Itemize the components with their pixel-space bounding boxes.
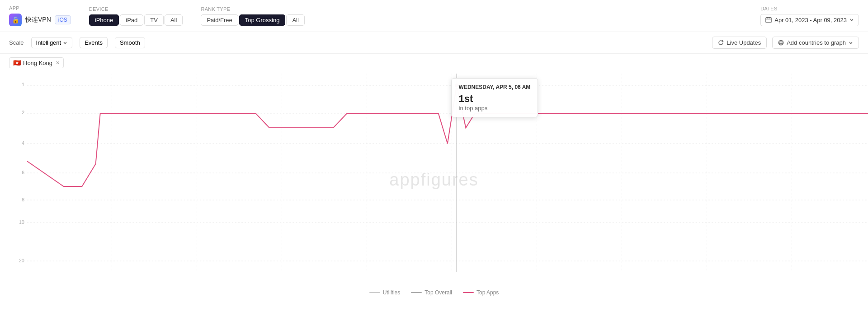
y-label-20: 20 [19,258,24,263]
country-tags-row: 🇭🇰 Hong Kong ✕ [0,54,868,72]
dates-section: Dates Apr 01, 2023 - Apr 09, 2023 [760,6,859,26]
device-iphone[interactable]: iPhone [89,14,119,26]
chart-area: 1 2 4 6 8 10 20 appfigures WEDNESDAY, AP… [0,74,868,298]
smooth-btn[interactable]: Smooth [115,37,145,48]
hong-kong-tag: 🇭🇰 Hong Kong ✕ [9,57,64,68]
globe-icon [778,40,784,46]
svg-point-4 [778,40,783,45]
chevron-down-icon [849,41,853,45]
top-overall-label: Top Overall [425,289,452,296]
device-tv[interactable]: TV [144,14,164,26]
rank-top-grossing[interactable]: Top Grossing [239,14,286,26]
chart-legend: Utilities Top Overall Top Apps [9,286,859,298]
chart-container: 1 2 4 6 8 10 20 appfigures WEDNESDAY, AP… [9,74,859,286]
right-controls: Live Updates Add countries to graph [712,37,859,49]
calendar-icon [765,17,772,23]
legend-top-overall: Top Overall [411,289,452,296]
platform-selector[interactable]: iOS [55,15,71,24]
scale-intelligent-btn[interactable]: Intelligent [31,37,73,48]
dates-label: Dates [760,6,859,11]
svg-rect-0 [766,18,771,23]
top-apps-line-sample [463,292,474,293]
add-countries-btn[interactable]: Add countries to graph [772,37,859,49]
rank-type-section: Rank Type Paid/Free Top Grossing All [201,6,304,26]
legend-utilities: Utilities [369,289,401,296]
device-ipad[interactable]: iPad [120,14,143,26]
refresh-icon [718,40,724,46]
y-label-6: 6 [22,170,24,175]
hong-kong-flag: 🇭🇰 [13,59,21,66]
device-section: Device iPhone iPad TV All [89,6,183,26]
chevron-down-icon [849,18,854,22]
y-label-8: 8 [22,197,24,202]
events-label: Events [85,39,103,46]
add-countries-label: Add countries to graph [787,39,846,46]
rank-all[interactable]: All [286,14,304,26]
legend-top-apps: Top Apps [463,289,499,296]
y-label-4: 4 [22,140,24,146]
app-icon: 🔒 [9,14,22,26]
live-updates-btn[interactable]: Live Updates [712,37,767,49]
svg-point-5 [780,40,782,45]
utilities-line-sample [369,292,380,293]
top-bar: App 🔒 快连VPN iOS Device iPhone iPad TV Al… [0,0,868,32]
top-apps-label: Top Apps [476,289,499,296]
rank-chart-svg [27,74,868,272]
y-label-10: 10 [19,219,24,225]
live-updates-label: Live Updates [726,39,761,46]
intelligent-label: Intelligent [36,39,61,46]
rank-type-btn-group: Paid/Free Top Grossing All [201,14,304,26]
date-range-value: Apr 01, 2023 - Apr 09, 2023 [774,17,847,23]
utilities-label: Utilities [383,289,401,296]
remove-country-btn[interactable]: ✕ [56,60,60,66]
events-btn[interactable]: Events [80,37,108,48]
svg-rect-9 [27,74,868,272]
y-label-1: 1 [22,82,24,87]
hong-kong-name: Hong Kong [23,60,52,66]
device-btn-group: iPhone iPad TV All [89,14,183,26]
y-axis: 1 2 4 6 8 10 20 [9,74,27,272]
y-label-2: 2 [22,110,24,115]
rank-type-label: Rank Type [201,6,304,12]
rank-paid-free[interactable]: Paid/Free [201,14,238,26]
device-label: Device [89,6,183,12]
app-section: App 🔒 快连VPN iOS [9,5,71,26]
controls-bar: Scale Intelligent Events Smooth Live Upd… [0,32,868,54]
device-all[interactable]: All [165,14,183,26]
scale-label: Scale [9,39,24,46]
chevron-down-icon [63,41,67,45]
app-label: App [9,5,71,11]
date-picker[interactable]: Apr 01, 2023 - Apr 09, 2023 [760,14,859,26]
app-name: 快连VPN [25,16,51,24]
smooth-label: Smooth [120,39,140,46]
top-overall-line-sample [411,292,422,293]
